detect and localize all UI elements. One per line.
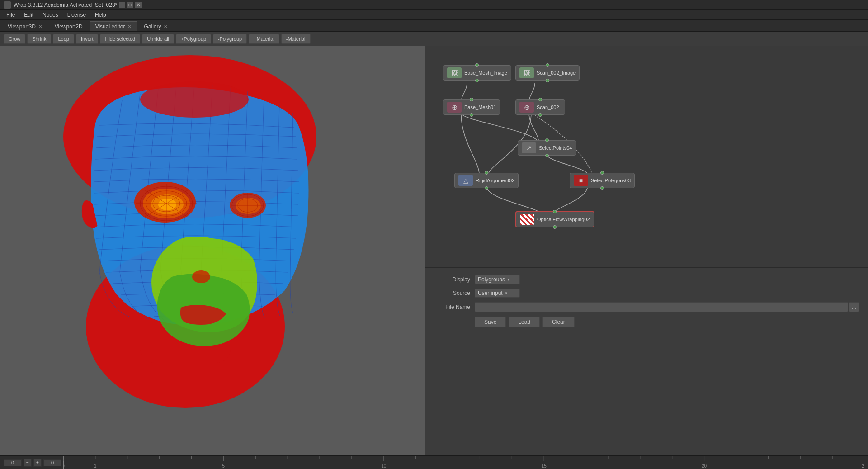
svg-point-21 [192, 270, 210, 283]
toolbar-btn-grow[interactable]: Grow [4, 34, 25, 44]
timeline-plus[interactable]: + [33, 459, 42, 467]
source-dropdown[interactable]: User input ▼ [475, 289, 520, 298]
menu-item-license[interactable]: License [63, 11, 90, 19]
source-row: Source User input ▼ [434, 289, 859, 298]
tab-viewportd[interactable]: Viewport3D✕ [2, 21, 48, 31]
display-value: Polygroups [478, 276, 505, 283]
tab-close-icon[interactable]: ✕ [164, 24, 167, 29]
timeline-ruler: 01510152025 [63, 456, 864, 469]
head-canvas [0, 46, 425, 455]
node-editor[interactable]: 🖼 Base_Mesh_Image 🖼 Scan_002_Image ⊕ Bas… [425, 46, 868, 268]
tab-visual-editor[interactable]: Visual editor✕ [90, 21, 137, 31]
node-label: SelectPoints04 [539, 145, 572, 151]
toolbar-btn-loop[interactable]: Loop [53, 34, 74, 44]
tab-label: Viewport3D [8, 24, 36, 30]
node-select-points[interactable]: ↗ SelectPoints04 [518, 140, 576, 156]
node-icon-image2: 🖼 [519, 67, 534, 78]
tab-gallery[interactable]: Gallery✕ [138, 21, 173, 31]
right-panel: 🖼 Base_Mesh_Image 🖼 Scan_002_Image ⊕ Bas… [425, 46, 868, 455]
close-button[interactable]: ✕ [135, 2, 142, 8]
svg-text:5: 5 [222, 464, 225, 469]
maximize-button[interactable]: □ [127, 2, 133, 8]
save-button[interactable]: Save [475, 317, 506, 327]
display-dropdown[interactable]: Polygroups ▼ [475, 275, 520, 284]
app-icon [4, 1, 11, 9]
node-port [475, 63, 479, 67]
menu-item-file[interactable]: File [2, 11, 19, 19]
load-button[interactable]: Load [509, 317, 540, 327]
toolbar-btn-plusmaterial[interactable]: +Material [249, 34, 279, 44]
node-icon-select-poly: ■ [574, 175, 588, 186]
toolbar-btn-minusmaterial[interactable]: -Material [281, 34, 311, 44]
node-label: Base_Mesh01 [464, 104, 496, 110]
node-scan002[interactable]: ⊕ Scan_002 [515, 99, 565, 115]
tab-close-icon[interactable]: ✕ [127, 24, 131, 29]
main-content: 🖼 Base_Mesh_Image 🖼 Scan_002_Image ⊕ Bas… [0, 46, 868, 455]
svg-text:10: 10 [381, 464, 387, 469]
action-buttons: Save Load Clear [434, 317, 859, 327]
svg-point-16 [236, 198, 261, 214]
viewport-3d[interactable] [0, 46, 425, 455]
node-scan-image[interactable]: 🖼 Scan_002_Image [515, 65, 580, 81]
node-port [475, 79, 479, 82]
timeline-start[interactable]: 0 [4, 459, 22, 466]
node-port [546, 79, 549, 82]
node-select-polygons[interactable]: ■ SelectPolygons03 [570, 173, 635, 188]
node-port [546, 63, 549, 67]
toolbar-btn-minuspolygroup[interactable]: -Polygroup [213, 34, 247, 44]
node-port [470, 98, 473, 101]
node-port [470, 113, 473, 117]
node-rigid-alignment[interactable]: △ RigidAlignment02 [454, 173, 519, 188]
node-port [545, 154, 549, 157]
node-icon-select: ↗ [522, 142, 536, 153]
timeline-minus[interactable]: − [24, 459, 32, 467]
tab-viewportd[interactable]: Viewport2D [49, 21, 89, 31]
node-port [485, 186, 488, 190]
menu-item-nodes[interactable]: Nodes [38, 11, 63, 19]
toolbar-btn-invert[interactable]: Invert [76, 34, 99, 44]
node-port [538, 113, 542, 117]
node-port [553, 225, 557, 229]
toolbar-btn-hideminusselected[interactable]: Hide selected [100, 34, 140, 44]
filename-input[interactable] [475, 302, 848, 312]
toolbar-btn-unhideminusall[interactable]: Unhide all [142, 34, 174, 44]
minimize-button[interactable]: ─ [119, 2, 125, 8]
toolbar-btn-shrink[interactable]: Shrink [27, 34, 51, 44]
node-optical-flow[interactable]: OpticalFlowWrapping02 [515, 211, 594, 227]
menubar: FileEditNodesLicenseHelp [0, 10, 868, 20]
tab-close-icon[interactable]: ✕ [38, 24, 42, 29]
filename-row: File Name … [434, 302, 859, 312]
titlebar: Wrap 3.3.12 Academia Activated [Set_023*… [0, 0, 868, 10]
node-label: Scan_002_Image [537, 70, 576, 76]
svg-text:1: 1 [94, 464, 97, 469]
svg-text:0: 0 [63, 464, 65, 469]
filename-input-group: … [475, 302, 859, 312]
browse-button[interactable]: … [849, 302, 859, 312]
display-row: Display Polygroups ▼ [434, 275, 859, 284]
toolbar-btn-pluspolygroup[interactable]: +Polygroup [176, 34, 211, 44]
display-label: Display [434, 276, 470, 283]
toolbar: GrowShrinkLoopInvertHide selectedUnhide … [0, 32, 868, 46]
display-dropdown-arrow: ▼ [507, 278, 510, 282]
menu-item-edit[interactable]: Edit [19, 11, 38, 19]
tab-label: Visual editor [95, 24, 125, 30]
clear-button[interactable]: Clear [542, 317, 575, 327]
node-label: SelectPolygons03 [591, 178, 631, 183]
node-label: Scan_002 [537, 104, 559, 110]
timeline-svg: 01510152025 [63, 456, 864, 469]
source-dropdown-arrow: ▼ [505, 291, 508, 295]
properties-panel: Display Polygroups ▼ Source User input ▼… [425, 268, 868, 455]
node-port [553, 210, 557, 213]
timeline: 0 − + 0 01510152025 [0, 455, 868, 469]
node-base-mesh-image[interactable]: 🖼 Base_Mesh_Image [443, 65, 511, 81]
svg-text:20: 20 [702, 464, 707, 469]
node-icon-wrap [520, 214, 534, 225]
node-base-mesh01[interactable]: ⊕ Base_Mesh01 [443, 99, 500, 115]
node-label: OpticalFlowWrapping02 [537, 217, 590, 222]
tab-label: Viewport2D [55, 24, 83, 30]
menu-item-help[interactable]: Help [90, 11, 111, 19]
svg-text:15: 15 [542, 464, 547, 469]
svg-text:25: 25 [862, 464, 864, 469]
tab-label: Gallery [144, 24, 161, 30]
timeline-end[interactable]: 0 [43, 459, 61, 466]
